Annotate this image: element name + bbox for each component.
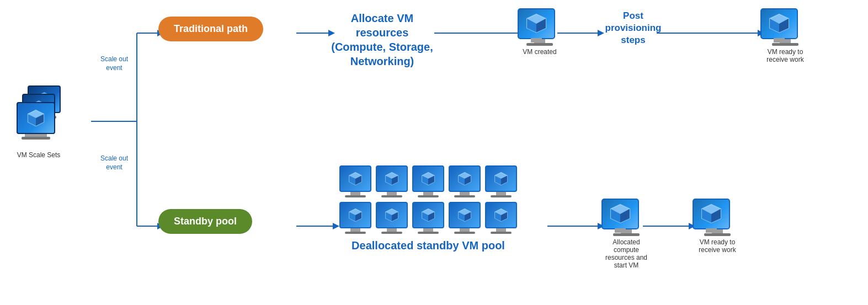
pool-monitor-10 xyxy=(485,202,517,234)
vm-ready-top-monitor xyxy=(760,8,798,39)
vm-ready-top-base xyxy=(772,43,798,46)
scale-out-event-bottom: Scale out event xyxy=(100,154,128,172)
arrows-overlay xyxy=(0,0,868,305)
pool-monitor-8 xyxy=(412,202,444,234)
svg-marker-16 xyxy=(333,223,339,229)
traditional-path-label: Traditional path xyxy=(158,17,263,41)
vm-ready-bottom-label: VM ready to receive work xyxy=(693,238,742,254)
pool-monitor-2 xyxy=(376,165,408,197)
deallocated-pool-label: Deallocated standby VM pool xyxy=(339,238,517,253)
vm-ready-bottom-monitor xyxy=(693,199,730,229)
vm-ready-bottom-group: VM ready to receive work xyxy=(693,199,742,254)
pool-monitor-6 xyxy=(339,202,371,234)
pool-monitor-3 xyxy=(412,165,444,197)
allocated-compute-monitor xyxy=(601,199,639,229)
allocated-compute-base xyxy=(613,233,640,236)
vm-created-base xyxy=(526,43,553,46)
pool-monitor-1 xyxy=(339,165,371,197)
deallocated-pool-group: Deallocated standby VM pool xyxy=(339,165,517,253)
standby-pool-label: Standby pool xyxy=(158,209,252,234)
pool-monitor-9 xyxy=(449,202,481,234)
allocate-vm-resources-text: Allocate VM resources (Compute, Storage,… xyxy=(331,11,433,68)
standby-pool-pill: Standby pool xyxy=(158,209,252,234)
vm-ready-top-group: VM ready to receive work xyxy=(760,8,810,63)
vmss-monitor-front xyxy=(17,102,55,140)
vm-scale-sets-label: VM Scale Sets xyxy=(14,151,63,159)
vm-ready-top-label: VM ready to receive work xyxy=(760,48,810,63)
pool-monitor-7 xyxy=(376,202,408,234)
traditional-path-pill: Traditional path xyxy=(158,17,263,41)
svg-marker-12 xyxy=(598,30,604,36)
allocated-compute-group: Allocated compute resources and start VM xyxy=(601,199,651,269)
vm-created-group: VM created xyxy=(518,8,562,56)
allocated-compute-label: Allocated compute resources and start VM xyxy=(601,238,651,269)
scale-out-event-top: Scale out event xyxy=(100,55,128,72)
pool-monitor-5 xyxy=(485,165,517,197)
vm-created-monitor xyxy=(518,8,555,39)
pool-row-1 xyxy=(339,165,517,197)
pool-monitor-4 xyxy=(449,165,481,197)
vm-ready-bottom-base xyxy=(704,233,731,236)
post-provisioning-text: Post provisioning steps xyxy=(604,10,662,46)
vm-created-label: VM created xyxy=(518,48,562,56)
diagram: VM Scale Sets Scale out event Scale out … xyxy=(0,0,868,305)
pool-row-2 xyxy=(339,202,517,234)
